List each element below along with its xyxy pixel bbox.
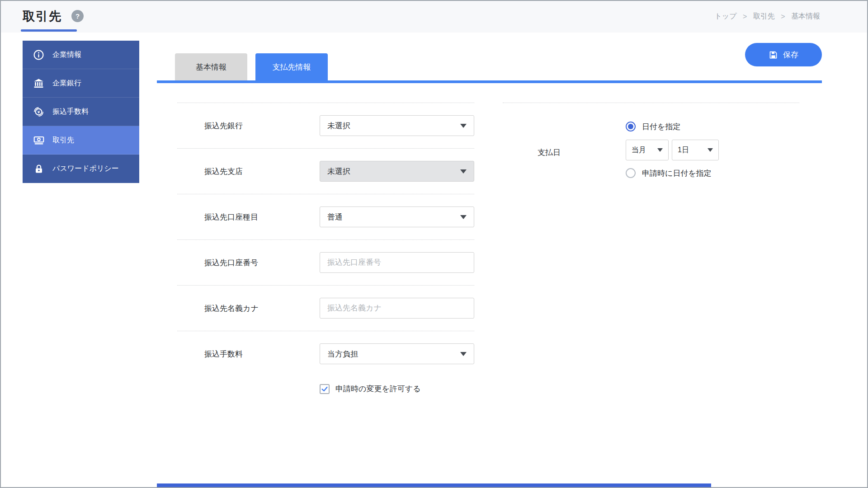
sidebar-item-company-info[interactable]: 企業情報: [23, 41, 139, 69]
specify-date-option: 日付を指定: [626, 121, 719, 132]
save-button-label: 保存: [783, 50, 798, 60]
date-selects: 当月 1日: [626, 140, 719, 160]
breadcrumb-item-partners[interactable]: 取引先: [753, 12, 775, 20]
breadcrumb-item-basic-info: 基本情報: [791, 12, 820, 20]
day-select-value: 1日: [678, 145, 689, 155]
chevron-down-icon: [708, 148, 713, 152]
info-icon: [33, 49, 45, 61]
chevron-down-icon: [460, 352, 467, 356]
sidebar: 企業情報 企業銀行 ¥ 振込手数料 取引先 パスワードポリシー: [23, 41, 139, 183]
field-label: 振込先支店: [177, 166, 320, 177]
help-icon[interactable]: ?: [71, 10, 84, 22]
sidebar-item-partners[interactable]: 取引先: [23, 126, 139, 155]
bank-icon: [33, 77, 45, 89]
partner-icon: [33, 134, 45, 146]
svg-text:¥: ¥: [38, 109, 40, 114]
sidebar-item-company-bank[interactable]: 企業銀行: [23, 69, 139, 98]
sidebar-item-transfer-fee[interactable]: ¥ 振込手数料: [23, 98, 139, 126]
tab-underline-bar: [157, 80, 822, 83]
sidebar-item-label: パスワードポリシー: [52, 164, 119, 174]
chevron-down-icon: [460, 169, 467, 174]
payment-date-options: 日付を指定 当月 1日 申請時に日付を指定: [626, 121, 719, 178]
breadcrumb-item-top[interactable]: トップ: [714, 12, 736, 20]
chevron-down-icon: [657, 148, 663, 152]
branch-select-value: 未選択: [327, 166, 350, 177]
lock-icon: [33, 163, 45, 175]
breadcrumb-separator: >: [743, 13, 747, 20]
transfer-fee-select-value: 当方負担: [327, 349, 358, 359]
form-row-branch: 振込先支店 未選択: [177, 148, 474, 194]
specify-date-radio[interactable]: [626, 122, 636, 131]
save-icon: [769, 50, 778, 60]
payment-date-label: 支払日: [538, 147, 561, 158]
sidebar-item-label: 取引先: [52, 136, 74, 145]
field-label: 振込手数料: [177, 349, 320, 359]
form-row-bank: 振込先銀行 未選択: [177, 103, 474, 148]
check-icon: [321, 385, 328, 393]
page-title: 取引先: [23, 8, 62, 24]
field-label: 振込先銀行: [177, 121, 320, 131]
account-name-kana-input[interactable]: [320, 298, 474, 319]
day-select[interactable]: 1日: [672, 140, 719, 160]
payment-date-section: 支払日 日付を指定 当月 1日 申請時に日付を指定: [503, 103, 799, 206]
tab-basic-info[interactable]: 基本情報: [175, 53, 247, 80]
account-type-select-value: 普通: [327, 212, 343, 222]
form-row-transfer-fee: 振込手数料 当方負担: [177, 331, 474, 376]
sidebar-item-label: 振込手数料: [52, 107, 89, 117]
breadcrumb: トップ > 取引先 > 基本情報: [714, 12, 820, 21]
specify-on-request-radio[interactable]: [626, 168, 636, 178]
horizontal-scrollbar[interactable]: [157, 483, 711, 487]
transfer-fee-icon: ¥: [33, 106, 45, 118]
save-button[interactable]: 保存: [745, 43, 822, 66]
tab-payee-info[interactable]: 支払先情報: [255, 53, 328, 80]
branch-select[interactable]: 未選択: [320, 161, 474, 182]
specify-date-label: 日付を指定: [642, 122, 680, 132]
sidebar-item-label: 企業銀行: [52, 79, 81, 88]
breadcrumb-separator: >: [781, 13, 785, 20]
chevron-down-icon: [460, 215, 467, 219]
allow-change-row: 申請時の変更を許可する: [177, 384, 474, 394]
chevron-down-icon: [460, 124, 467, 128]
specify-on-request-option: 申請時に日付を指定: [626, 168, 719, 178]
payee-info-form: 振込先銀行 未選択 振込先支店 未選択 振込先口座種目 普通 振込先口座番号: [177, 103, 474, 394]
month-select-value: 当月: [632, 145, 646, 155]
title-underline: [21, 29, 77, 32]
form-row-account-number: 振込先口座番号: [177, 239, 474, 285]
month-select[interactable]: 当月: [626, 140, 669, 160]
account-type-select[interactable]: 普通: [320, 206, 474, 227]
specify-on-request-label: 申請時に日付を指定: [642, 168, 712, 178]
field-label: 振込先口座種目: [177, 212, 320, 222]
transfer-fee-select[interactable]: 当方負担: [320, 343, 474, 364]
account-number-input[interactable]: [320, 252, 474, 273]
page-header: 取引先 ? トップ > 取引先 > 基本情報: [1, 1, 867, 33]
field-label: 振込先口座番号: [177, 258, 320, 268]
allow-change-checkbox[interactable]: [320, 384, 330, 394]
app-window: 取引先 ? トップ > 取引先 > 基本情報 企業情報 企業銀行 ¥: [0, 0, 868, 488]
form-row-account-type: 振込先口座種目 普通: [177, 194, 474, 239]
sidebar-item-label: 企業情報: [52, 50, 81, 60]
sidebar-item-password-policy[interactable]: パスワードポリシー: [23, 155, 139, 183]
field-label: 振込先名義カナ: [177, 303, 320, 314]
form-row-account-name-kana: 振込先名義カナ: [177, 285, 474, 331]
bank-select-value: 未選択: [327, 121, 350, 131]
bank-select[interactable]: 未選択: [320, 115, 474, 136]
allow-change-label: 申請時の変更を許可する: [335, 384, 421, 394]
